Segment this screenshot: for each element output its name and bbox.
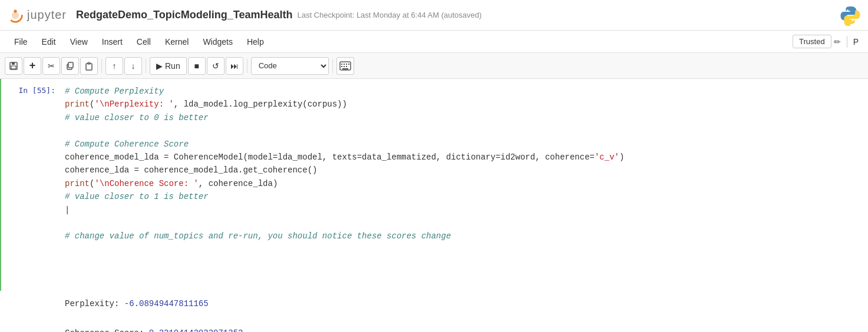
cut-button[interactable]: ✂: [42, 57, 60, 75]
menu-help[interactable]: Help: [240, 34, 271, 50]
p-label: P: [851, 37, 861, 47]
save-icon: [9, 61, 18, 71]
toolbar-sep-3: [247, 59, 247, 73]
perplexity-label: Perplexity:: [65, 299, 124, 308]
code-cell[interactable]: In [55]: # Compute Perplexity print('\nP…: [0, 79, 868, 291]
jupyter-label: jupyter: [27, 8, 67, 22]
perplexity-value: -6.08949447811165: [124, 299, 209, 308]
down-arrow-icon: ↓: [131, 61, 136, 71]
up-arrow-icon: ↑: [113, 61, 117, 71]
perplexity-output-line: Perplexity: -6.08949447811165: [65, 297, 863, 311]
pencil-icon[interactable]: ✏: [831, 37, 843, 47]
menu-file[interactable]: File: [7, 34, 35, 50]
stop-button[interactable]: ■: [188, 57, 206, 75]
svg-point-1: [12, 11, 19, 18]
coherence-output-line: Coherence Score: 0.22104142033971352: [65, 326, 863, 332]
trusted-button[interactable]: Trusted: [793, 35, 831, 48]
svg-rect-16: [348, 64, 349, 65]
cursor-line: |: [65, 205, 70, 215]
fast-forward-icon: ⏭: [230, 61, 239, 71]
move-up-button[interactable]: ↑: [105, 57, 123, 75]
menu-insert[interactable]: Insert: [95, 34, 130, 50]
svg-rect-19: [346, 66, 347, 67]
toolbar-sep-1: [101, 59, 102, 73]
coherence-model-line: coherence_model_lda = CoherenceModel(mod…: [65, 152, 624, 162]
str-coherence: '\nCoherence Score: ': [94, 179, 198, 188]
comment-4: # value closer to 1 is better: [65, 192, 209, 201]
keyboard-icon: [339, 61, 351, 71]
coherence-label: Coherence Score:: [65, 328, 149, 332]
svg-rect-17: [341, 66, 342, 67]
copy-button[interactable]: [61, 57, 79, 75]
save-button[interactable]: [5, 57, 22, 75]
comma-2: , coherence_lda): [199, 179, 278, 188]
svg-rect-6: [12, 62, 15, 65]
toolbar-sep-4: [332, 59, 333, 73]
menu-edit[interactable]: Edit: [35, 34, 63, 50]
notebook-title[interactable]: RedgateDemo_TopicModeling_TeamHealth: [76, 9, 292, 21]
header: jupyter RedgateDemo_TopicModeling_TeamHe…: [0, 0, 868, 31]
output-content: Perplexity: -6.08949447811165 Coherence …: [60, 291, 868, 332]
run-triangle-icon: ▶: [156, 61, 163, 71]
comment-2: # value closer to 0 is better: [65, 113, 209, 122]
cell-code-input[interactable]: # Compute Perplexity print('\nPerplexity…: [60, 79, 868, 291]
cell-type-select[interactable]: Code Markdown Raw NBConvert: [251, 57, 329, 75]
run-label: Run: [165, 61, 180, 71]
coherence-value: 0.22104142033971352: [149, 328, 243, 332]
menu-widgets[interactable]: Widgets: [196, 34, 240, 50]
move-down-button[interactable]: ↓: [124, 57, 142, 75]
print-1: print: [65, 99, 90, 109]
svg-rect-14: [344, 64, 345, 65]
jupyter-spinner-icon: [7, 7, 24, 24]
menu-kernel[interactable]: Kernel: [158, 34, 196, 50]
coherence-lda-line: coherence_lda = coherence_model_lda.get_…: [65, 165, 317, 175]
output-area: Perplexity: -6.08949447811165 Coherence …: [1, 291, 868, 332]
restart-button[interactable]: ↺: [207, 57, 225, 75]
stop-icon: ■: [194, 61, 199, 71]
svg-rect-15: [346, 64, 347, 65]
paste-icon: [84, 61, 94, 71]
toolbar-sep-2: [146, 59, 146, 73]
menu-cell[interactable]: Cell: [130, 34, 158, 50]
copy-icon: [65, 61, 75, 71]
comma-1: , lda_model.log_perplexity(corpus)): [174, 99, 347, 109]
python-logo-icon: [840, 5, 861, 26]
jupyter-logo: jupyter: [7, 7, 67, 24]
notebook-content: In [55]: # Compute Perplexity print('\nP…: [0, 79, 868, 332]
svg-rect-10: [86, 64, 92, 70]
comment-3: # Compute Coherence Score: [65, 140, 189, 149]
menu-view[interactable]: View: [63, 34, 95, 50]
svg-rect-13: [341, 64, 342, 65]
comment-5: # change value of num_topics and re-run,…: [65, 231, 451, 241]
paste-button[interactable]: [80, 57, 98, 75]
svg-point-2: [14, 9, 16, 12]
menu-divider: [847, 36, 847, 48]
output-prompt: [1, 291, 60, 332]
svg-point-4: [852, 19, 854, 21]
str-perplexity: '\nPerplexity: ': [94, 99, 173, 109]
comment-1: # Compute Perplexity: [65, 87, 164, 96]
cell-prompt: In [55]:: [1, 79, 60, 291]
svg-rect-9: [68, 62, 73, 68]
keyboard-button[interactable]: [336, 57, 354, 75]
svg-rect-20: [342, 68, 348, 69]
svg-rect-18: [344, 66, 345, 67]
svg-rect-7: [11, 66, 16, 69]
restart-icon: ↺: [212, 61, 219, 71]
scissors-icon: ✂: [48, 61, 55, 71]
svg-point-3: [847, 9, 849, 11]
print-2: print: [65, 179, 90, 188]
toolbar: + ✂ ↑ ↓ ▶ Run ■ ↺ ⏭ Code Markdown Raw N: [0, 53, 868, 79]
checkpoint-info: Last Checkpoint: Last Monday at 6:44 AM …: [297, 11, 481, 19]
add-cell-button[interactable]: +: [24, 57, 41, 75]
cell-output: Perplexity: -6.08949447811165 Coherence …: [0, 291, 868, 332]
run-button[interactable]: ▶ Run: [150, 57, 187, 75]
menubar: File Edit View Insert Cell Kernel Widget…: [0, 31, 868, 53]
plus-icon: +: [29, 59, 36, 72]
fast-forward-button[interactable]: ⏭: [226, 57, 243, 75]
